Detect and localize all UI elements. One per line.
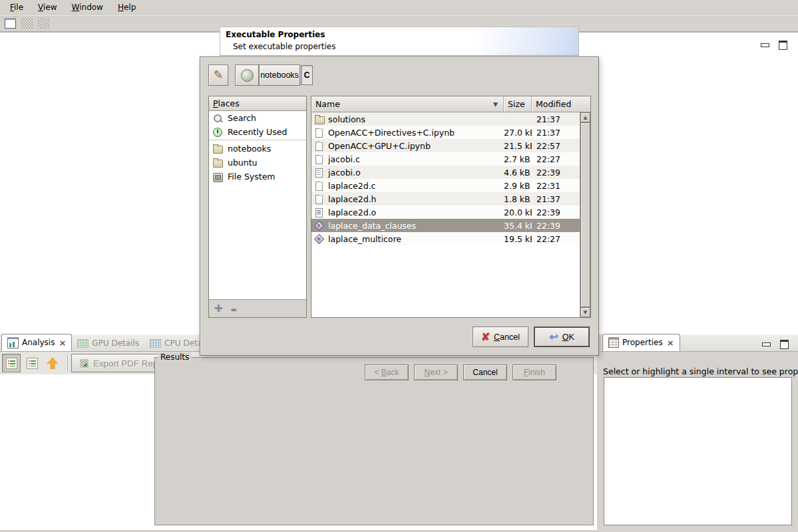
wizard-button-bar: < Back Next > Cancel Finish [365, 364, 556, 380]
file-list: Name ▼ Size Modified solutions 21:37 Ope… [311, 96, 591, 318]
analysis-promote-button[interactable] [43, 354, 62, 372]
new-session-button[interactable] [3, 17, 17, 30]
places-header: Places [209, 96, 306, 111]
places-actions [209, 299, 306, 317]
file-row[interactable]: laplace_multicore 19.5 kB 22:27 [311, 232, 580, 245]
view-tab[interactable]: GPU Details [72, 335, 144, 351]
file-row[interactable]: jacobi.o 4.6 kB 22:39 [311, 166, 580, 179]
sort-descending-icon: ▼ [493, 101, 498, 108]
column-header-size[interactable]: Size [504, 96, 532, 112]
analysis-list-view-button[interactable] [2, 354, 21, 372]
file-row[interactable]: laplace2d.c 2.9 kB 22:31 [311, 179, 580, 192]
properties-message: Select or highlight a single interval to… [603, 366, 798, 376]
save-disabled-icon [21, 18, 33, 29]
cancel-x-icon [481, 332, 490, 342]
column-header-modified[interactable]: Modified [532, 96, 590, 112]
breadcrumb-notebooks[interactable]: notebooks [259, 65, 300, 86]
wizard-button[interactable]: Finish [512, 364, 556, 380]
file-row[interactable]: jacobi.c 2.7 kB 22:27 [311, 152, 580, 166]
analysis-guided-view-button[interactable] [23, 354, 41, 372]
add-bookmark-icon[interactable] [214, 304, 223, 314]
minimize-icon[interactable] [761, 43, 769, 47]
analysis-icon [7, 337, 19, 348]
file-row[interactable]: OpenACC+GPU+C.ipynb 21.5 kB 22:57 [311, 139, 580, 152]
exec-icon [314, 234, 324, 244]
remove-bookmark-icon[interactable] [231, 304, 236, 314]
close-icon[interactable] [666, 338, 674, 348]
gpu-grid-icon [77, 339, 89, 348]
app-window: File View Window Help Analysis GPU Detai… [0, 0, 798, 532]
objfile-icon [314, 168, 324, 178]
places-panel: Places Search Recently Used notebooks ub… [208, 96, 307, 318]
drive-icon [212, 172, 223, 182]
results-group: Results [154, 357, 594, 525]
places-list: Search Recently Used notebooks ubuntu Fi… [209, 111, 306, 184]
menu-item[interactable]: File [3, 1, 31, 13]
wizard-button[interactable]: Cancel [463, 364, 507, 380]
type-filename-button[interactable] [208, 65, 228, 86]
dialog-button[interactable]: Cancel [473, 327, 528, 347]
file-list-scrollbar[interactable]: ▲ ▼ [580, 112, 590, 317]
view-tab[interactable]: Analysis [1, 334, 72, 351]
ok-arrow-icon [549, 332, 558, 342]
save-all-button [36, 17, 51, 30]
minimize-icon[interactable] [762, 342, 771, 346]
distro-icon [241, 69, 254, 82]
menu-item[interactable]: Help [110, 1, 143, 13]
save-all-disabled-icon [38, 18, 49, 29]
file-icon [314, 141, 324, 151]
places-item[interactable]: notebooks [209, 142, 306, 156]
places-item[interactable]: Recently Used [209, 125, 306, 140]
breadcrumb-current[interactable]: C [301, 65, 313, 85]
folder-icon [212, 158, 223, 168]
table-icon [608, 337, 619, 348]
path-bar: notebooks C [200, 57, 598, 86]
file-chooser-dialog: notebooks C Places Search Recently Used … [200, 57, 599, 356]
list-view-icon [6, 358, 17, 369]
close-icon[interactable] [58, 338, 66, 348]
file-rows: solutions 21:37 OpenACC+Directives+C.ipy… [311, 112, 580, 317]
menu-item[interactable]: View [31, 1, 64, 13]
list-view-icon [27, 358, 38, 369]
exec-icon [314, 221, 324, 231]
wizard-subtitle: Set executable properties [233, 42, 335, 51]
wizard-button[interactable]: Next > [414, 364, 458, 380]
maximize-icon[interactable] [780, 340, 789, 349]
tab-properties[interactable]: Properties [602, 334, 680, 351]
scroll-up-icon[interactable]: ▲ [580, 112, 590, 122]
folder-icon [212, 144, 223, 154]
places-item[interactable]: ubuntu [209, 156, 306, 170]
file-icon [314, 154, 324, 164]
up-arrow-icon [47, 358, 59, 369]
pdf-report-icon [80, 359, 89, 368]
wizard-button[interactable]: < Back [365, 364, 409, 380]
file-row[interactable]: solutions 21:37 [311, 112, 580, 126]
dialog-button-bar: Cancel OK [473, 327, 590, 347]
home-location-button[interactable] [235, 65, 259, 86]
file-row[interactable]: laplace2d.o 20.0 kB 22:39 [311, 205, 580, 219]
file-icon [314, 194, 324, 204]
places-item[interactable]: File System [209, 170, 306, 184]
file-row[interactable]: laplace_data_clauses 35.4 kB 22:39 [311, 219, 580, 232]
places-item[interactable]: Search [209, 111, 306, 125]
file-icon [314, 181, 324, 191]
file-list-header: Name ▼ Size Modified [311, 96, 590, 112]
file-row[interactable]: laplace2d.h 1.8 kB 21:37 [311, 192, 580, 205]
scroll-down-icon[interactable]: ▼ [580, 307, 590, 317]
dialog-button[interactable]: OK [534, 327, 590, 347]
menu-bar: File View Window Help [0, 0, 798, 15]
properties-panel: Properties Select or highlight a single … [601, 334, 798, 530]
scrollbar-thumb[interactable] [580, 122, 590, 307]
file-row[interactable]: OpenACC+Directives+C.ipynb 27.0 kB 21:37 [311, 126, 580, 139]
properties-content-box [604, 377, 792, 525]
objfile-icon [314, 207, 324, 217]
folder-icon [314, 114, 324, 124]
search-icon [212, 113, 223, 124]
wizard-title: Executable Properties [226, 30, 325, 39]
maximize-icon[interactable] [779, 41, 787, 50]
column-header-name[interactable]: Name ▼ [311, 96, 504, 112]
new-window-icon [5, 18, 16, 29]
results-group-label: Results [158, 352, 191, 362]
toolbar-separator [67, 355, 68, 371]
menu-item[interactable]: Window [65, 1, 110, 13]
